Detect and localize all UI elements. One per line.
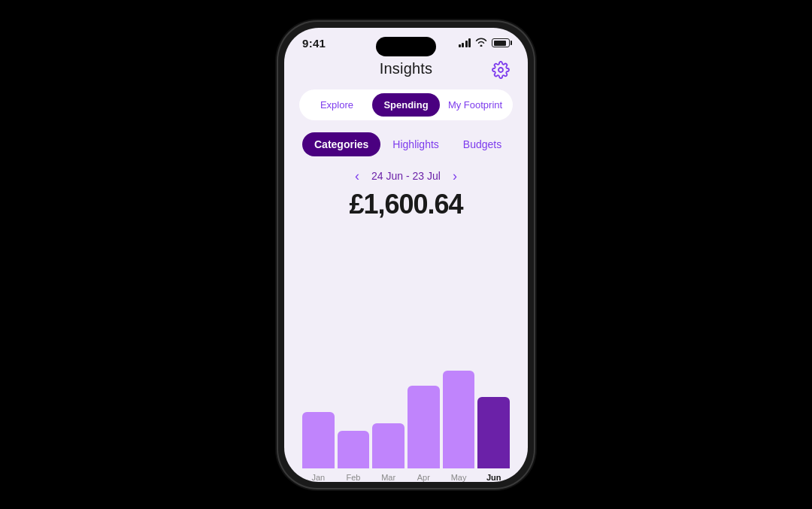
- app-content: Insights Explore Spending My Footprint C…: [284, 54, 528, 482]
- subtab-categories[interactable]: Categories: [302, 132, 380, 156]
- phone-frame: 9:41: [278, 22, 534, 488]
- bar-jan[interactable]: [302, 412, 335, 468]
- bar-apr[interactable]: [408, 386, 440, 468]
- tab-my-footprint[interactable]: My Footprint: [441, 93, 509, 117]
- next-date-button[interactable]: ›: [453, 168, 457, 184]
- bar-label-apr: Apr: [417, 473, 430, 482]
- tab-explore[interactable]: Explore: [303, 93, 371, 117]
- bar-label-feb: Feb: [347, 473, 361, 482]
- bar-label-mar: Mar: [381, 473, 395, 482]
- tab-spending[interactable]: Spending: [372, 93, 440, 117]
- page-title: Insights: [380, 60, 433, 77]
- status-icons: [459, 38, 511, 49]
- sub-tab-bar: Categories Highlights Budgets: [299, 132, 513, 156]
- svg-point-0: [498, 68, 503, 72]
- prev-date-button[interactable]: ‹: [355, 168, 359, 184]
- bar-col-apr: Apr: [408, 386, 440, 482]
- bar-col-jun: Jun: [477, 397, 510, 482]
- app-header: Insights: [299, 54, 513, 89]
- bar-col-jan: Jan: [302, 412, 335, 482]
- phone-screen: 9:41: [284, 28, 528, 482]
- bar-jun[interactable]: [477, 397, 510, 468]
- main-tab-bar: Explore Spending My Footprint: [299, 89, 513, 120]
- wifi-icon: [475, 38, 487, 49]
- date-range-nav: ‹ 24 Jun - 23 Jul ›: [299, 168, 513, 184]
- status-time: 9:41: [302, 37, 326, 50]
- bar-label-may: May: [451, 473, 467, 482]
- settings-icon[interactable]: [492, 61, 513, 82]
- dynamic-island: [376, 37, 436, 56]
- bar-label-jan: Jan: [311, 473, 325, 482]
- chart-bars: JanFebMarAprMayJun: [299, 362, 513, 482]
- battery-icon: [492, 38, 510, 47]
- spending-amount: £1,600.64: [299, 189, 513, 220]
- bar-mar[interactable]: [372, 423, 404, 468]
- battery-fill: [494, 41, 506, 46]
- signal-icon: [459, 38, 471, 47]
- bar-label-jun: Jun: [486, 473, 501, 482]
- date-range-text: 24 Jun - 23 Jul: [371, 170, 441, 182]
- bar-may[interactable]: [443, 371, 475, 468]
- bar-feb[interactable]: [338, 431, 370, 468]
- spending-chart: JanFebMarAprMayJun: [299, 235, 513, 482]
- bar-col-may: May: [443, 371, 475, 482]
- bar-col-feb: Feb: [338, 431, 370, 482]
- subtab-highlights[interactable]: Highlights: [380, 132, 450, 156]
- bar-col-mar: Mar: [372, 423, 404, 482]
- subtab-budgets[interactable]: Budgets: [451, 132, 514, 156]
